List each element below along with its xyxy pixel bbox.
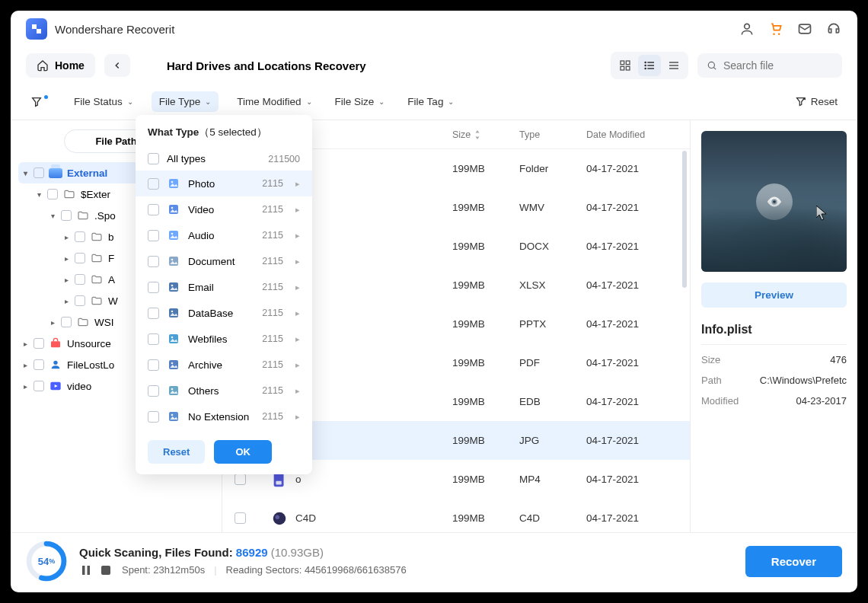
back-button[interactable] — [104, 54, 130, 77]
view-grid-button[interactable] — [614, 55, 637, 76]
row-type: MP4 — [519, 474, 580, 485]
type-option[interactable]: Audio2115▸ — [136, 222, 312, 248]
svg-point-51 — [171, 207, 174, 209]
tree-checkbox[interactable] — [34, 338, 44, 349]
chevron-right-icon: ▸ — [291, 282, 300, 292]
type-checkbox[interactable] — [148, 178, 159, 190]
pause-button[interactable] — [79, 563, 93, 577]
cart-icon[interactable] — [767, 21, 784, 37]
filter-time[interactable]: Time Modified⌄ — [232, 93, 316, 110]
caret-icon[interactable]: ▾ — [21, 169, 29, 177]
type-option[interactable]: Document2115▸ — [136, 248, 312, 274]
chevron-right-icon: ▸ — [291, 360, 300, 370]
filter-type[interactable]: File Type⌄ — [152, 91, 219, 112]
type-label: Audio — [188, 230, 215, 241]
type-option[interactable]: Webfiles2115▸ — [136, 326, 312, 352]
tree-checkbox[interactable] — [75, 295, 85, 306]
view-list-button[interactable] — [638, 55, 661, 76]
filter-tag[interactable]: File Tag⌄ — [403, 93, 458, 110]
filter-reset-button[interactable]: Reset — [790, 93, 842, 110]
svg-rect-54 — [169, 257, 178, 266]
type-checkbox[interactable] — [148, 308, 159, 319]
type-option[interactable]: Email2115▸ — [136, 274, 312, 300]
caret-icon[interactable]: ▸ — [21, 361, 29, 369]
tree-checkbox[interactable] — [61, 210, 72, 221]
caret-icon[interactable]: ▾ — [49, 212, 56, 220]
stop-button[interactable] — [99, 563, 113, 577]
row-type: Folder — [519, 163, 580, 174]
svg-rect-48 — [169, 179, 178, 188]
type-option[interactable]: All types211500 — [136, 147, 312, 171]
filter-icon[interactable] — [26, 93, 56, 111]
eye-icon[interactable] — [756, 183, 793, 220]
tree-checkbox[interactable] — [75, 231, 85, 242]
user-icon[interactable] — [739, 21, 755, 37]
type-checkbox[interactable] — [148, 204, 159, 215]
type-checkbox[interactable] — [148, 282, 159, 293]
caret-icon[interactable]: ▸ — [21, 382, 29, 391]
view-compact-button[interactable] — [662, 55, 685, 76]
caret-icon[interactable]: ▸ — [62, 276, 70, 284]
recover-button[interactable]: Recover — [745, 546, 842, 577]
row-date: 04-17-2021 — [586, 279, 678, 291]
row-size: 199MB — [452, 279, 513, 291]
type-label: Others — [188, 385, 219, 397]
tree-checkbox[interactable] — [34, 381, 44, 391]
tree-checkbox[interactable] — [47, 189, 58, 199]
type-option[interactable]: DataBase2115▸ — [136, 300, 312, 326]
type-checkbox[interactable] — [148, 385, 159, 397]
tree-checkbox[interactable] — [34, 359, 44, 370]
type-icon — [167, 358, 180, 372]
chevron-right-icon: ▸ — [291, 179, 300, 189]
caret-icon[interactable]: ▸ — [62, 254, 70, 263]
type-checkbox[interactable] — [148, 153, 159, 164]
type-option[interactable]: Others2115▸ — [136, 378, 312, 404]
svg-rect-5 — [626, 61, 630, 65]
tree-checkbox[interactable] — [61, 317, 72, 327]
tree-checkbox[interactable] — [75, 253, 85, 263]
type-checkbox[interactable] — [148, 411, 159, 423]
tree-icon — [49, 337, 62, 350]
caret-icon[interactable]: ▾ — [35, 190, 43, 199]
svg-point-59 — [171, 311, 174, 313]
search-box[interactable] — [697, 53, 842, 78]
type-option[interactable]: Video2115▸ — [136, 196, 312, 222]
table-row[interactable]: C4D199MBC4D04-17-2021 — [222, 499, 690, 532]
scrollbar-thumb[interactable] — [682, 151, 687, 288]
caret-icon[interactable]: ▸ — [21, 340, 29, 348]
column-type[interactable]: Type — [519, 129, 580, 140]
dropdown-reset-button[interactable]: Reset — [148, 440, 205, 464]
home-button[interactable]: Home — [26, 53, 95, 78]
type-checkbox[interactable] — [148, 333, 159, 345]
filter-status[interactable]: File Status⌄ — [69, 93, 138, 110]
meta-value: 04-23-2017 — [796, 395, 847, 407]
type-checkbox[interactable] — [148, 256, 159, 267]
caret-icon[interactable]: ▸ — [49, 318, 56, 327]
filter-size[interactable]: File Size⌄ — [330, 93, 390, 110]
caret-icon[interactable]: ▸ — [62, 233, 70, 241]
search-input[interactable] — [723, 59, 833, 72]
tree-icon — [76, 315, 90, 329]
support-icon[interactable] — [825, 21, 842, 37]
caret-icon[interactable]: ▸ — [62, 297, 70, 305]
type-label: DataBase — [188, 308, 233, 319]
mail-icon[interactable] — [796, 21, 813, 37]
column-date[interactable]: Date Modified — [586, 129, 678, 140]
type-option[interactable]: Archive2115▸ — [136, 352, 312, 378]
svg-rect-21 — [51, 341, 60, 347]
svg-rect-46 — [88, 566, 91, 575]
type-count: 2115 — [262, 333, 283, 344]
dropdown-ok-button[interactable]: OK — [214, 440, 272, 464]
column-size[interactable]: Size — [452, 129, 513, 140]
tree-checkbox[interactable] — [34, 168, 44, 178]
svg-rect-58 — [169, 308, 178, 317]
row-checkbox[interactable] — [235, 512, 246, 524]
type-option[interactable]: No Extension2115▸ — [136, 404, 312, 429]
type-checkbox[interactable] — [148, 359, 159, 371]
type-checkbox[interactable] — [148, 230, 159, 241]
tree-checkbox[interactable] — [75, 274, 85, 285]
type-option[interactable]: Photo2115▸ — [136, 171, 312, 196]
preview-button[interactable]: Preview — [701, 282, 847, 308]
row-checkbox[interactable] — [235, 474, 246, 485]
type-count: 2115 — [262, 256, 283, 266]
